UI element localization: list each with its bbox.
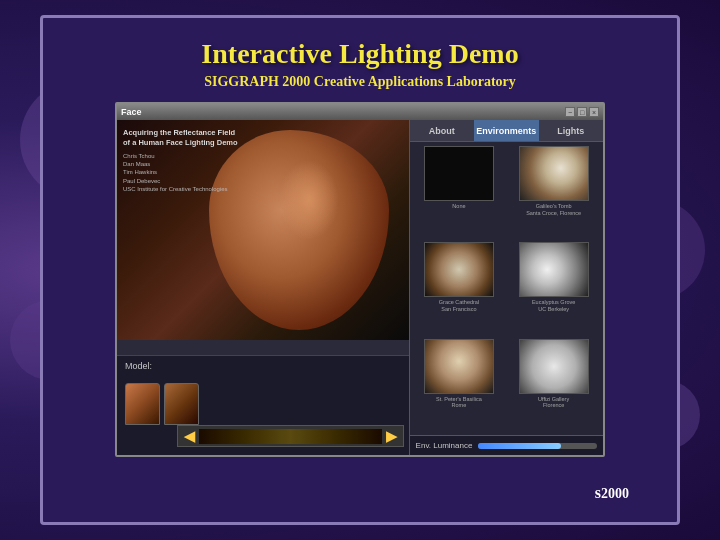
tab-lights[interactable]: Lights — [539, 120, 603, 141]
env-label-none: None — [452, 203, 465, 210]
env-item-none[interactable]: None — [414, 146, 505, 238]
env-label-ennis: Eucalyptus GroveUC Berkeley — [532, 299, 575, 312]
env-item-ennis[interactable]: Eucalyptus GroveUC Berkeley — [508, 242, 599, 334]
siggraph-year: 2000 — [601, 486, 629, 501]
env-item-peters[interactable]: St. Peter's BasilicaRome — [414, 339, 505, 431]
env-thumb-grace — [424, 242, 494, 297]
sub-title: SIGGRAPH 2000 Creative Applications Labo… — [204, 74, 516, 90]
model-section: Model: ◀ ▶ — [117, 355, 409, 455]
siggraph-logo: s2000 — [595, 484, 629, 502]
window-title: Face — [121, 107, 142, 117]
tab-bar: About Environments Lights — [410, 120, 603, 142]
app-content: Acquiring the Reflectance Fieldof a Huma… — [117, 120, 603, 455]
window-titlebar: Face − □ × — [117, 104, 603, 120]
env-thumb-peters — [424, 339, 494, 394]
env-label-peters: St. Peter's BasilicaRome — [436, 396, 482, 409]
maximize-button[interactable]: □ — [577, 107, 587, 117]
paper-info: Acquiring the Reflectance Fieldof a Huma… — [123, 128, 238, 193]
env-item-uffizi[interactable]: Uffizi GalleryFlorence — [508, 339, 599, 431]
model-thumb-1[interactable] — [125, 383, 160, 425]
env-thumb-galileo — [519, 146, 589, 201]
app-window: Face − □ × Acquiring the Reflectance Fie… — [115, 102, 605, 457]
environment-grid: None Galileo's TombSanta Croce, Florence… — [410, 142, 603, 435]
env-thumb-none — [424, 146, 494, 201]
env-item-galileo[interactable]: Galileo's TombSanta Croce, Florence — [508, 146, 599, 238]
env-luminance-fill — [478, 443, 561, 449]
navigation-arrows: ◀ ▶ — [177, 425, 404, 447]
tab-environments[interactable]: Environments — [474, 120, 538, 141]
prev-arrow[interactable]: ◀ — [184, 428, 195, 444]
model-label: Model: — [125, 361, 152, 371]
env-label-uffizi: Uffizi GalleryFlorence — [538, 396, 569, 409]
left-panel: Acquiring the Reflectance Fieldof a Huma… — [117, 120, 410, 455]
next-arrow[interactable]: ▶ — [386, 428, 397, 444]
tab-about[interactable]: About — [410, 120, 474, 141]
env-label-grace: Grace CathedralSan Francisco — [439, 299, 479, 312]
env-thumb-ennis — [519, 242, 589, 297]
right-panel: About Environments Lights None Galileo's… — [410, 120, 603, 455]
nav-content-display — [199, 429, 382, 444]
close-button[interactable]: × — [589, 107, 599, 117]
face-display: Acquiring the Reflectance Fieldof a Huma… — [117, 120, 409, 340]
minimize-button[interactable]: − — [565, 107, 575, 117]
env-luminance-bar: Env. Luminance — [410, 435, 603, 455]
slide-container: Interactive Lighting Demo SIGGRAPH 2000 … — [40, 15, 680, 525]
env-luminance-label: Env. Luminance — [416, 441, 473, 450]
model-thumbnails — [125, 383, 199, 425]
env-label-galileo: Galileo's TombSanta Croce, Florence — [526, 203, 581, 216]
model-thumb-2[interactable] — [164, 383, 199, 425]
paper-title: Acquiring the Reflectance Fieldof a Huma… — [123, 128, 238, 148]
env-item-grace[interactable]: Grace CathedralSan Francisco — [414, 242, 505, 334]
authors: Chris Tchou Dan Maas Tim Hawkins Paul De… — [123, 152, 238, 194]
env-thumb-uffizi — [519, 339, 589, 394]
window-controls: − □ × — [565, 107, 599, 117]
main-title: Interactive Lighting Demo — [201, 38, 518, 70]
env-luminance-slider[interactable] — [478, 443, 597, 449]
face-highlight — [279, 160, 339, 240]
